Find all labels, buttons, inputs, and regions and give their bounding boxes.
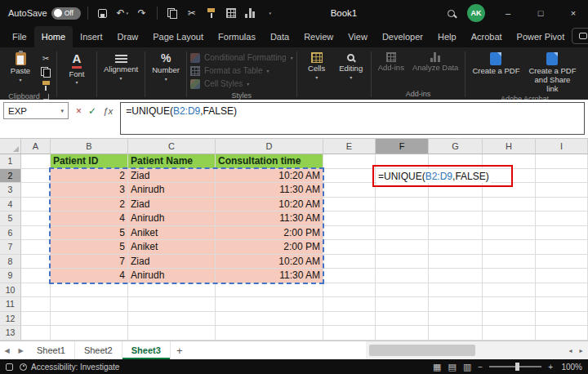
menu-tab-file[interactable]: File: [5, 26, 34, 47]
cell-H11[interactable]: [483, 297, 536, 312]
paste-button[interactable]: Paste ▾: [4, 50, 37, 82]
sheet-tab-sheet3[interactable]: Sheet3: [122, 341, 171, 359]
cell-C12[interactable]: [128, 312, 216, 327]
cell-C4[interactable]: Ziad: [128, 198, 216, 212]
cell-D1[interactable]: Consultation time: [216, 154, 323, 169]
cell-C3[interactable]: Anirudh: [128, 183, 216, 198]
row-header-10[interactable]: 10: [0, 283, 21, 298]
close-button[interactable]: ×: [559, 0, 588, 26]
menu-tab-help[interactable]: Help: [430, 26, 464, 47]
cell-B2[interactable]: 2: [51, 169, 128, 184]
cell-D12[interactable]: [216, 312, 323, 327]
cell-B6[interactable]: 5: [51, 226, 128, 241]
row-header-2[interactable]: 2: [0, 169, 21, 184]
horizontal-scrollbar[interactable]: ◂ ▸: [366, 341, 588, 359]
cell-E1[interactable]: [323, 154, 376, 169]
active-cell-editor[interactable]: =UNIQUE(B2:D9,FALSE): [376, 169, 491, 183]
cell-F6[interactable]: [376, 226, 429, 241]
cell-G3[interactable]: [429, 183, 483, 198]
chart-icon[interactable]: [243, 3, 259, 23]
cell-F12[interactable]: [376, 312, 429, 327]
maximize-button[interactable]: □: [526, 0, 555, 26]
cell-H7[interactable]: [483, 240, 536, 255]
row-header-7[interactable]: 7: [0, 240, 21, 255]
font-button[interactable]: A Font ▾: [60, 50, 93, 85]
cell-A13[interactable]: [21, 326, 51, 341]
cell-I4[interactable]: [536, 198, 588, 212]
cell-B5[interactable]: 4: [51, 211, 128, 226]
zoom-out-icon[interactable]: −: [478, 363, 483, 372]
cell-B9[interactable]: 4: [51, 269, 128, 283]
undo-dropdown-icon[interactable]: ▾: [126, 11, 128, 16]
cell-styles-button[interactable]: Cell Styles ▾: [190, 78, 293, 90]
row-header-4[interactable]: 4: [0, 198, 21, 212]
row-header-3[interactable]: 3: [0, 183, 21, 198]
cell-G7[interactable]: [429, 240, 483, 255]
row-header-5[interactable]: 5: [0, 211, 21, 226]
view-normal-icon[interactable]: ▦: [433, 362, 441, 372]
name-box-dropdown-icon[interactable]: ▾: [60, 108, 64, 114]
name-box[interactable]: EXP ▾: [3, 102, 69, 119]
menu-tab-page-layout[interactable]: Page Layout: [145, 26, 211, 47]
menu-tab-acrobat[interactable]: Acrobat: [464, 26, 510, 47]
zoom-slider-thumb[interactable]: [515, 363, 519, 371]
cell-A7[interactable]: [21, 240, 51, 255]
dialog-launcher-icon[interactable]: [43, 94, 49, 100]
cell-B4[interactable]: 2: [51, 198, 128, 212]
cell-H3[interactable]: [483, 183, 536, 198]
row-header-13[interactable]: 13: [0, 326, 21, 341]
column-header-H[interactable]: H: [483, 139, 536, 154]
cell-A5[interactable]: [21, 211, 51, 226]
cell-B8[interactable]: 7: [51, 255, 128, 269]
menu-tab-developer[interactable]: Developer: [375, 26, 430, 47]
format-painter-icon[interactable]: [38, 80, 53, 91]
cell-I9[interactable]: [536, 269, 588, 283]
cell-I13[interactable]: [536, 326, 588, 341]
alignment-button[interactable]: Alignment ▾: [100, 50, 141, 81]
cell-D2[interactable]: 10:20 AM: [216, 169, 323, 184]
accessibility-status[interactable]: Accessibility: Investigate: [20, 363, 119, 372]
view-page-layout-icon[interactable]: ▤: [448, 362, 457, 372]
row-header-1[interactable]: 1: [0, 154, 21, 169]
cell-B10[interactable]: [51, 283, 128, 298]
cell-G13[interactable]: [429, 326, 483, 341]
cut-icon[interactable]: ✂: [184, 3, 200, 23]
comments-button[interactable]: Comments: [572, 28, 588, 44]
row-header-9[interactable]: 9: [0, 269, 21, 283]
cell-F3[interactable]: [376, 183, 429, 198]
cell-F11[interactable]: [376, 297, 429, 312]
cell-D11[interactable]: [216, 297, 323, 312]
row-header-6[interactable]: 6: [0, 226, 21, 241]
cell-G5[interactable]: [429, 211, 483, 226]
cell-H12[interactable]: [483, 312, 536, 327]
cell-D4[interactable]: 10:20 AM: [216, 198, 323, 212]
cell-A12[interactable]: [21, 312, 51, 327]
cell-I10[interactable]: [536, 283, 588, 298]
undo-icon[interactable]: ↶▾: [114, 3, 131, 23]
cell-E6[interactable]: [323, 226, 376, 241]
cell-D13[interactable]: [216, 326, 323, 341]
autosave-toggle[interactable]: Off: [51, 7, 81, 20]
cell-A11[interactable]: [21, 297, 51, 312]
select-all-button[interactable]: [0, 139, 21, 154]
cell-I11[interactable]: [536, 297, 588, 312]
row-header-8[interactable]: 8: [0, 255, 21, 269]
cell-H2[interactable]: [483, 169, 536, 184]
cells-button[interactable]: Cells ▾: [301, 50, 333, 80]
more-commands-icon[interactable]: ▾: [262, 3, 278, 23]
copy-icon[interactable]: [38, 66, 53, 78]
zoom-in-icon[interactable]: +: [548, 363, 553, 372]
cell-A6[interactable]: [21, 226, 51, 241]
menu-tab-insert[interactable]: Insert: [73, 26, 110, 47]
cell-H1[interactable]: [483, 154, 536, 169]
analyze-data-button[interactable]: Analyze Data: [409, 50, 462, 73]
cell-E8[interactable]: [323, 255, 376, 269]
cell-I12[interactable]: [536, 312, 588, 327]
cell-B7[interactable]: 5: [51, 240, 128, 255]
formula-input[interactable]: =UNIQUE(B2:D9,FALSE): [120, 102, 585, 135]
cell-C1[interactable]: Patient Name: [128, 154, 216, 169]
cell-F8[interactable]: [376, 255, 429, 269]
cell-H9[interactable]: [483, 269, 536, 283]
column-header-E[interactable]: E: [323, 139, 376, 154]
format-painter-icon[interactable]: [203, 3, 220, 23]
